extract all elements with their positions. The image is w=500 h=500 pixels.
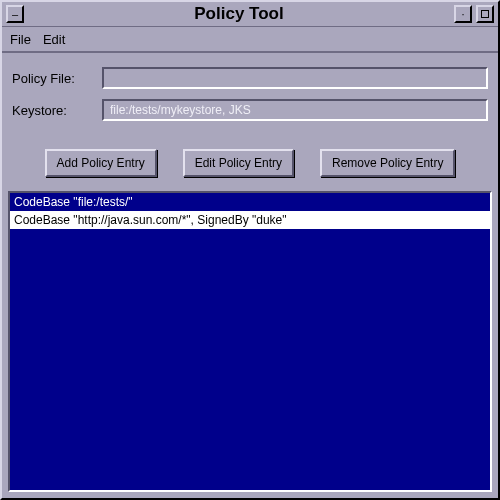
edit-policy-entry-button[interactable]: Edit Policy Entry [183, 149, 294, 177]
keystore-value: file:/tests/mykeystore, JKS [110, 103, 251, 117]
titlebar: – Policy Tool · [2, 2, 498, 27]
button-row: Add Policy Entry Edit Policy Entry Remov… [2, 139, 498, 191]
policy-file-field[interactable] [102, 67, 488, 89]
remove-policy-entry-button[interactable]: Remove Policy Entry [320, 149, 455, 177]
policy-file-label: Policy File: [12, 71, 102, 86]
dash-icon: – [12, 9, 18, 20]
maximize-icon [481, 10, 489, 18]
policy-tool-window: – Policy Tool · File Edit Policy File: K… [0, 0, 500, 500]
keystore-field[interactable]: file:/tests/mykeystore, JKS [102, 99, 488, 121]
maximize-button[interactable] [476, 5, 494, 23]
window-menu-button[interactable]: – [6, 5, 24, 23]
minimize-button[interactable]: · [454, 5, 472, 23]
menu-edit[interactable]: Edit [43, 32, 65, 47]
policy-entry-list[interactable]: CodeBase "file:/tests/" CodeBase "http:/… [8, 191, 492, 492]
minimize-icon: · [461, 9, 464, 20]
list-item[interactable]: CodeBase "file:/tests/" [10, 193, 490, 211]
menu-file[interactable]: File [10, 32, 31, 47]
keystore-row: Keystore: file:/tests/mykeystore, JKS [12, 99, 488, 121]
list-item[interactable]: CodeBase "http://java.sun.com/*", Signed… [10, 211, 490, 229]
add-policy-entry-button[interactable]: Add Policy Entry [45, 149, 157, 177]
keystore-label: Keystore: [12, 103, 102, 118]
policy-file-row: Policy File: [12, 67, 488, 89]
menubar: File Edit [2, 27, 498, 53]
window-title: Policy Tool [26, 4, 452, 24]
form-area: Policy File: Keystore: file:/tests/mykey… [2, 53, 498, 139]
